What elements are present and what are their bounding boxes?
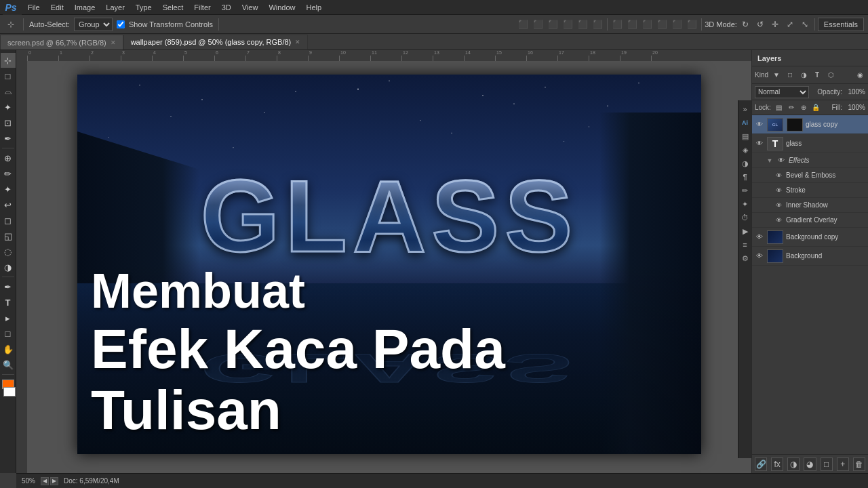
menu-window[interactable]: Window [264, 2, 300, 13]
menu-image[interactable]: Image [70, 2, 100, 13]
layer-eye-bg-copy[interactable]: 👁 [755, 232, 764, 242]
distribute-bottom-icon[interactable]: ⬛ [685, 18, 698, 31]
layer-glass-copy[interactable]: 👁 GL glass copy [752, 115, 868, 134]
move-tool[interactable]: ⊹ [1, 53, 16, 68]
menu-view[interactable]: View [237, 2, 263, 13]
auto-select-dropdown[interactable]: Group Layer [74, 18, 113, 31]
layers2-icon[interactable]: ≡ [739, 239, 751, 251]
3d-roll-icon[interactable]: ↺ [753, 18, 767, 31]
delete-layer-button[interactable]: 🗑 [853, 458, 865, 471]
path-select-tool[interactable]: ▸ [1, 310, 16, 325]
align-left-icon[interactable]: ⬛ [516, 18, 530, 31]
marquee-tool[interactable]: □ [1, 68, 16, 83]
blur-tool[interactable]: ◌ [1, 244, 16, 259]
layer-eye-gradient[interactable]: 👁 [774, 216, 783, 225]
layer-effect-gradient-overlay[interactable]: 👁 Gradient Overlay [752, 213, 868, 228]
layer-eye-bg[interactable]: 👁 [755, 251, 764, 261]
spot-heal-tool[interactable]: ⊕ [1, 150, 16, 165]
align-center-v-icon[interactable]: ⬛ [576, 18, 589, 31]
crop-tool[interactable]: ⊡ [1, 115, 16, 130]
layer-eye-glass[interactable]: 👁 [755, 139, 764, 148]
lock-all-icon[interactable]: 🔒 [810, 102, 821, 113]
shape-tool[interactable]: □ [1, 326, 16, 341]
dodge-tool[interactable]: ◑ [1, 260, 16, 274]
align-bottom-icon[interactable]: ⬛ [591, 18, 604, 31]
pen-tool[interactable]: ✒ [1, 279, 16, 294]
filter-shape-icon[interactable]: ⬡ [825, 70, 836, 81]
eyedropper-tool[interactable]: ✒ [1, 131, 16, 146]
clone-stamp-tool[interactable]: ✦ [1, 182, 16, 197]
clone-panel-icon[interactable]: ✦ [739, 198, 751, 210]
layers-icon[interactable]: ▤ [739, 130, 751, 142]
layer-effect-stroke[interactable]: 👁 Stroke [752, 183, 868, 198]
filter-adj-icon[interactable]: ◑ [798, 70, 809, 81]
actions-panel-icon[interactable]: ▶ [739, 225, 751, 237]
layer-bg[interactable]: 👁 Background [752, 247, 868, 266]
lock-transparency-icon[interactable]: ▤ [774, 102, 785, 113]
brush-panel-icon[interactable]: ✏ [739, 184, 751, 197]
history-panel-icon[interactable]: ⏱ [739, 211, 751, 224]
canvas-document[interactable]: GLASS GLASS Membuat Efek Kaca Pada Tulis… [77, 75, 701, 454]
align-center-h-icon[interactable]: ⬛ [531, 18, 545, 31]
effects-toggle-icon[interactable]: ▼ [766, 157, 774, 165]
status-nav-next[interactable]: ▶ [50, 477, 58, 485]
filter-type-icon[interactable]: T [812, 70, 823, 81]
hand-tool[interactable]: ✋ [1, 342, 16, 357]
3d-rotate-icon[interactable]: ↻ [738, 18, 752, 31]
menu-edit[interactable]: Edit [46, 2, 68, 13]
layer-effects-group[interactable]: ▼ 👁 Effects [752, 153, 868, 168]
group-layers-button[interactable]: □ [821, 458, 833, 471]
filter-pixel-icon[interactable]: □ [785, 70, 795, 81]
tab-screen-close[interactable]: ✕ [111, 39, 116, 46]
filter-toggle[interactable]: ◉ [854, 70, 865, 81]
show-transform-checkbox[interactable] [117, 20, 125, 28]
adjust-icon[interactable]: ◑ [739, 157, 751, 169]
menu-help[interactable]: Help [302, 2, 327, 13]
layer-bg-copy[interactable]: 👁 Background copy [752, 228, 868, 247]
background-color[interactable] [3, 387, 16, 396]
zoom-tool[interactable]: 🔍 [1, 357, 16, 372]
layer-eye-inner-shadow[interactable]: 👁 [774, 201, 783, 210]
link-layers-button[interactable]: 🔗 [755, 458, 767, 471]
channels-icon[interactable]: ◈ [739, 144, 751, 156]
menu-filter[interactable]: Filter [189, 2, 215, 13]
layer-effect-bevel[interactable]: 👁 Bevel & Emboss [752, 168, 868, 183]
lasso-tool[interactable]: ⌓ [1, 84, 16, 99]
settings-icon[interactable]: ⚙ [739, 252, 751, 264]
menu-type[interactable]: Type [131, 2, 157, 13]
menu-3d[interactable]: 3D [217, 2, 236, 13]
distribute-center-h-icon[interactable]: ⬛ [625, 18, 639, 31]
tab-screen[interactable]: screen.psd @ 66,7% (RGB/8) ✕ [0, 35, 123, 49]
distribute-left-icon[interactable]: ⬛ [610, 18, 624, 31]
layer-eye-stroke[interactable]: 👁 [774, 186, 783, 195]
filter-kind-dropdown[interactable]: ▼ [771, 70, 782, 81]
tab-wallpaper[interactable]: wallpaper (859).psd @ 50% (glass copy, R… [123, 35, 309, 49]
status-nav-prev[interactable]: ◀ [41, 477, 49, 485]
type-panel-icon[interactable]: ¶ [739, 171, 751, 183]
distribute-top-icon[interactable]: ⬛ [655, 18, 669, 31]
layer-glass-text[interactable]: 👁 T glass [752, 134, 868, 153]
layer-eye-effects[interactable]: 👁 [776, 156, 786, 165]
3d-scale-icon[interactable]: ⤡ [798, 18, 812, 31]
brush-tool[interactable]: ✏ [1, 166, 16, 181]
lock-image-icon[interactable]: ✏ [786, 102, 797, 113]
menu-select[interactable]: Select [158, 2, 189, 13]
gradient-tool[interactable]: ◱ [1, 228, 16, 243]
layer-eye-bevel[interactable]: 👁 [774, 171, 783, 180]
menu-file[interactable]: File [23, 2, 45, 13]
tab-wallpaper-close[interactable]: ✕ [295, 39, 300, 45]
blend-mode-select[interactable]: Normal Multiply Screen [755, 86, 809, 98]
distribute-center-v-icon[interactable]: ⬛ [670, 18, 684, 31]
eraser-tool[interactable]: ◻ [1, 213, 16, 228]
align-top-icon[interactable]: ⬛ [561, 18, 574, 31]
lock-position-icon[interactable]: ⊕ [798, 102, 809, 113]
ai-icon[interactable]: Ai [739, 117, 751, 129]
quick-select-tool[interactable]: ✦ [1, 100, 16, 115]
3d-slide-icon[interactable]: ⤢ [783, 18, 797, 31]
3d-pan-icon[interactable]: ✛ [768, 18, 782, 31]
new-layer-button[interactable]: + [837, 458, 849, 471]
layer-effect-inner-shadow[interactable]: 👁 Inner Shadow [752, 198, 868, 213]
align-right-icon[interactable]: ⬛ [546, 18, 559, 31]
layer-style-button[interactable]: fx [771, 458, 783, 471]
history-brush-tool[interactable]: ↩ [1, 197, 16, 212]
